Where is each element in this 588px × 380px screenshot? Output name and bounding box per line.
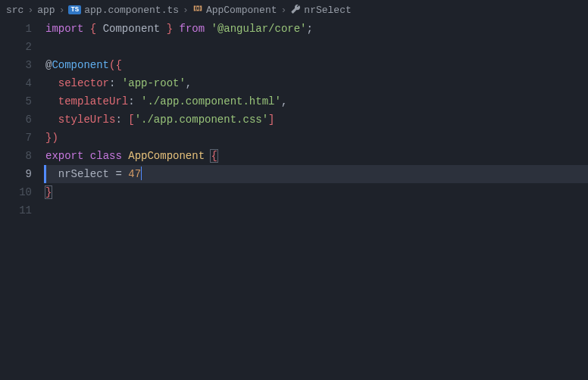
line-number: 5 <box>0 92 32 111</box>
line-number-gutter: 1 2 3 4 5 6 7 8 9 10 11 <box>0 20 45 220</box>
active-line-indicator <box>44 165 46 183</box>
line-number: 10 <box>0 183 32 201</box>
text-cursor <box>141 167 142 180</box>
line-number: 4 <box>0 74 32 92</box>
code-line[interactable]: styleUrls: ['./app.component.css'] <box>45 111 588 129</box>
code-line[interactable]: }) <box>45 129 588 147</box>
breadcrumb-item-app[interactable]: app <box>37 5 55 16</box>
code-line[interactable]: nrSelect = 47 <box>45 165 588 183</box>
breadcrumb-item-src[interactable]: src <box>6 5 23 16</box>
line-number: 3 <box>0 56 32 74</box>
line-number: 8 <box>0 147 32 165</box>
chevron-right-icon: › <box>281 5 287 16</box>
breadcrumb-label: app.component.ts <box>84 5 179 16</box>
code-line[interactable] <box>45 38 588 56</box>
code-line[interactable]: selector: 'app-root', <box>45 74 588 92</box>
code-editor[interactable]: 1 2 3 4 5 6 7 8 9 10 11 import { Compone… <box>0 20 588 220</box>
code-line[interactable]: } <box>45 183 588 201</box>
code-line[interactable]: export class AppComponent { <box>45 147 588 165</box>
chevron-right-icon: › <box>27 5 33 16</box>
breadcrumb-label: nrSelect <box>304 5 351 16</box>
symbol-class-icon <box>192 3 203 17</box>
breadcrumb-label: src <box>6 5 23 16</box>
code-line[interactable]: templateUrl: './app.component.html', <box>45 92 588 111</box>
code-content[interactable]: import { Component } from '@angular/core… <box>45 20 588 220</box>
code-line[interactable] <box>45 201 588 220</box>
breadcrumb-item-property[interactable]: nrSelect <box>290 3 351 17</box>
line-number: 6 <box>0 111 32 129</box>
code-line[interactable]: import { Component } from '@angular/core… <box>45 20 588 38</box>
breadcrumb-label: AppComponent <box>206 5 277 16</box>
line-number: 2 <box>0 38 32 56</box>
wrench-icon <box>290 3 301 17</box>
breadcrumb: src › app › TS app.component.ts › AppCom… <box>0 0 588 20</box>
breadcrumb-item-file[interactable]: TS app.component.ts <box>68 5 179 16</box>
line-number: 9 <box>0 165 32 183</box>
code-line[interactable]: @Component({ <box>45 56 588 74</box>
chevron-right-icon: › <box>59 5 65 16</box>
breadcrumb-item-class[interactable]: AppComponent <box>192 3 277 17</box>
typescript-icon: TS <box>68 5 81 14</box>
line-number: 7 <box>0 129 32 147</box>
chevron-right-icon: › <box>183 5 189 16</box>
line-number: 11 <box>0 201 32 220</box>
line-number: 1 <box>0 20 32 38</box>
breadcrumb-label: app <box>37 5 55 16</box>
